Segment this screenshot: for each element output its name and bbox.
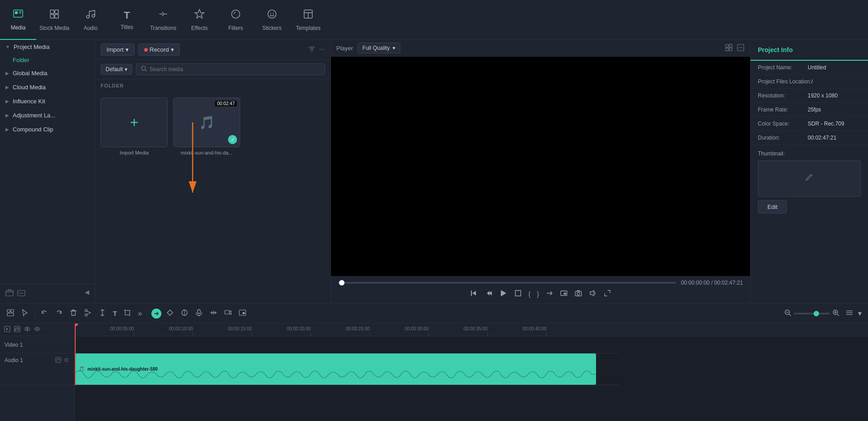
- folder-label: Folder: [13, 57, 29, 63]
- markers-icon[interactable]: [208, 307, 219, 320]
- more-tl-icon[interactable]: ▾: [856, 307, 863, 319]
- snap-icon[interactable]: [24, 325, 31, 334]
- import-media-tile[interactable]: + Import Media: [101, 97, 168, 155]
- mark-out-icon[interactable]: }: [537, 290, 539, 298]
- select-tool-icon[interactable]: [19, 307, 31, 320]
- sidebar-item-compound-clip[interactable]: ▶ Compound Clip: [0, 122, 95, 136]
- nav-filters[interactable]: Filters: [218, 0, 254, 40]
- svg-point-11: [232, 10, 240, 18]
- audio-file-tile[interactable]: 🎵 00:02:47 ✓ mixkit-sun-and-his-da...: [173, 97, 240, 155]
- audio-track-icon-vol[interactable]: [64, 357, 70, 364]
- seekbar-track[interactable]: [338, 282, 676, 284]
- ruler-mark-6: 00:00:30:00: [428, 332, 429, 336]
- video-track-row: [75, 336, 619, 353]
- nav-audio[interactable]: Audio: [73, 0, 109, 40]
- sidebar-item-influence-kit[interactable]: ▶ Influence Kit: [0, 94, 95, 108]
- audio-clip[interactable]: 🎵 mixkit-sun-and-his-daughter-580: [75, 353, 596, 385]
- sidebar-item-adjustment-la[interactable]: ▶ Adjustment La...: [0, 108, 95, 122]
- play-icon[interactable]: [499, 289, 508, 300]
- pip-icon[interactable]: [560, 289, 568, 299]
- svg-rect-44: [7, 313, 14, 316]
- sidebar-folder-item[interactable]: Folder: [0, 54, 95, 66]
- volume-icon[interactable]: [589, 289, 597, 299]
- layout-icon[interactable]: [845, 309, 853, 319]
- edit-button[interactable]: Edit: [758, 200, 787, 213]
- quality-select[interactable]: Full Quality ▾: [358, 43, 400, 53]
- default-dropdown[interactable]: Default ▾: [101, 64, 132, 75]
- svg-marker-41: [590, 290, 594, 296]
- add-video-track-icon[interactable]: [4, 325, 11, 334]
- nav-stickers[interactable]: Stickers: [254, 0, 290, 40]
- delete-icon[interactable]: [68, 307, 79, 320]
- search-input[interactable]: [150, 66, 320, 73]
- more-options-icon[interactable]: ···: [319, 45, 325, 54]
- cut-icon[interactable]: [82, 307, 94, 320]
- trim-icon[interactable]: [545, 289, 553, 299]
- multicam-icon[interactable]: [222, 307, 234, 320]
- speed-icon[interactable]: [151, 309, 161, 319]
- nav-templates[interactable]: Templates: [290, 0, 326, 40]
- nav-transitions[interactable]: Transitions: [145, 0, 181, 40]
- more-tools-icon[interactable]: »: [136, 308, 144, 319]
- add-folder-icon[interactable]: [5, 289, 14, 299]
- svg-rect-25: [726, 44, 728, 47]
- zoom-in-icon[interactable]: [832, 309, 840, 319]
- split-icon[interactable]: [97, 307, 108, 320]
- zoom-out-icon[interactable]: [784, 309, 792, 319]
- sidebar-item-project-media[interactable]: ▼ Project Media: [0, 40, 95, 54]
- collapse-sidebar-icon[interactable]: ◀: [85, 289, 89, 299]
- info-key-name: Project Name:: [758, 64, 808, 71]
- stop-icon[interactable]: [514, 289, 522, 299]
- grid-view-icon[interactable]: [725, 44, 733, 53]
- import-button[interactable]: Import ▾: [101, 44, 135, 56]
- record-dot-icon: [144, 48, 148, 52]
- fullscreen-icon[interactable]: [737, 44, 745, 53]
- sidebar-item-cloud-media[interactable]: ▶ Cloud Media: [0, 80, 95, 94]
- undo-icon[interactable]: [39, 307, 50, 320]
- player-controls: 00:00:00:00 / 00:02:47:21 {: [331, 276, 750, 303]
- nav-media-label: Media: [11, 24, 26, 31]
- mark-in-icon[interactable]: {: [529, 290, 531, 298]
- keyframe-icon[interactable]: [164, 307, 176, 320]
- svg-point-14: [273, 13, 274, 14]
- timeline-toolbar: T »: [0, 304, 868, 324]
- current-time: 00:00:00:00: [681, 280, 709, 286]
- sidebar-global-media-label: Global Media: [13, 70, 48, 77]
- mask-icon[interactable]: [179, 307, 190, 320]
- nav-stock-media[interactable]: Stock Media: [36, 0, 73, 40]
- nav-titles[interactable]: T Titles: [109, 0, 145, 40]
- nav-effects[interactable]: Effects: [181, 0, 218, 40]
- nav-stickers-label: Stickers: [262, 25, 282, 31]
- record-button[interactable]: Record ▾: [138, 44, 180, 56]
- snapshot-icon[interactable]: [574, 289, 582, 299]
- redo-icon[interactable]: [53, 307, 65, 320]
- filter-icon[interactable]: [308, 45, 315, 54]
- eye-icon[interactable]: [34, 325, 41, 334]
- zoom-slider[interactable]: [794, 313, 830, 315]
- audio-file-label: mixkit-sun-and-his-da...: [181, 150, 233, 155]
- project-info-tab[interactable]: Project Info: [751, 40, 868, 61]
- playhead[interactable]: [75, 324, 76, 385]
- pip-tl-icon[interactable]: [237, 307, 248, 320]
- media-filter-bar: Default ▾: [95, 60, 330, 79]
- svg-point-47: [85, 309, 87, 311]
- skip-back-icon[interactable]: [470, 289, 478, 299]
- info-val-location: /: [811, 78, 813, 85]
- arrow-right-icon: ▶: [5, 71, 9, 76]
- add-audio-track-icon[interactable]: [14, 325, 21, 334]
- info-key-colorspace: Color Space:: [758, 121, 808, 127]
- nav-media[interactable]: Media: [0, 0, 36, 40]
- templates-icon: [303, 9, 314, 22]
- text-tool-icon[interactable]: T: [111, 308, 119, 319]
- step-back-icon[interactable]: [484, 289, 492, 299]
- scene-mode-icon[interactable]: [5, 307, 16, 320]
- resize-icon[interactable]: [603, 289, 611, 299]
- remove-folder-icon[interactable]: [17, 289, 25, 299]
- video-1-label: Video 1: [5, 342, 23, 348]
- record-voice-icon[interactable]: [193, 307, 205, 320]
- arrow-right-icon3: ▶: [5, 99, 9, 104]
- edit-thumbnail-icon[interactable]: [805, 173, 815, 185]
- audio-track-icon-add[interactable]: [55, 357, 61, 364]
- sidebar-item-global-media[interactable]: ▶ Global Media: [0, 66, 95, 80]
- crop-icon[interactable]: [121, 307, 133, 320]
